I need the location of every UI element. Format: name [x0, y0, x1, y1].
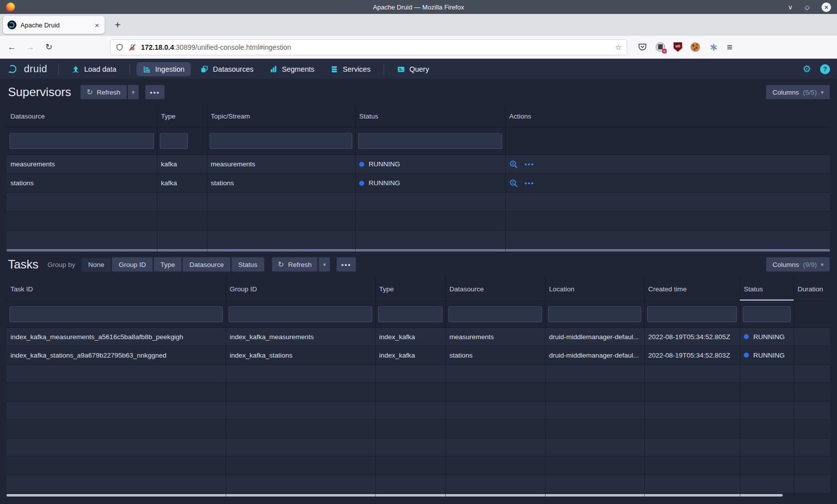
new-tab-button[interactable]: + [112, 19, 124, 31]
back-icon[interactable]: ← [7, 42, 17, 52]
help-icon[interactable]: ? [820, 64, 830, 74]
filter-input-status[interactable] [358, 133, 502, 149]
tasks-refresh-button[interactable]: ↻ Refresh [272, 257, 318, 272]
group-by-datasource-button[interactable]: Datasource [182, 257, 231, 272]
extension-icon[interactable]: × [656, 42, 665, 52]
column-header-created-time[interactable]: Created time [644, 277, 740, 301]
supervisors-more-button[interactable]: ••• [145, 85, 165, 100]
inspect-icon[interactable] [509, 160, 518, 169]
nav-item-services[interactable]: Services [324, 62, 377, 76]
nav-item-query[interactable]: Query [391, 62, 436, 76]
column-header-task-id[interactable]: Task ID [6, 277, 226, 301]
column-header-status-sorted[interactable]: Status [740, 277, 794, 301]
column-header-topic-stream[interactable]: Topic/Stream [207, 106, 355, 127]
column-header-type[interactable]: Type [157, 106, 207, 127]
bookmark-star-icon[interactable]: ☆ [615, 43, 622, 52]
caret-down-icon: ▾ [821, 261, 824, 268]
filter-input-group-id[interactable] [229, 306, 372, 322]
screen: Apache Druid — Mozilla Firefox ∨ ◇ × Apa… [0, 0, 837, 504]
cookie-extension-icon[interactable] [691, 42, 700, 52]
filter-input-type[interactable] [378, 306, 442, 322]
nav-item-datasources[interactable]: Datasources [194, 62, 260, 76]
row-more-icon[interactable]: ••• [525, 160, 535, 168]
filter-input-created-time[interactable] [647, 306, 737, 322]
filter-input-topic-stream[interactable] [210, 133, 352, 149]
druid-nav-bar: druid Load data Ingestion Datasources [0, 59, 837, 79]
window-maximize-icon[interactable]: ◇ [805, 4, 810, 10]
filter-input-datasource[interactable] [9, 133, 154, 149]
filter-input-location[interactable] [548, 306, 641, 322]
column-header-type[interactable]: Type [375, 277, 445, 301]
ublock-origin-icon[interactable]: uO [674, 42, 682, 52]
supervisors-filter-row [6, 127, 830, 155]
window-close-icon[interactable]: × [822, 2, 831, 12]
group-by-group-id-button[interactable]: Group ID [112, 257, 153, 272]
supervisors-title: Supervisors [8, 85, 71, 99]
reload-icon[interactable]: ↻ [44, 42, 54, 52]
menu-icon[interactable]: ≡ [727, 42, 732, 53]
tasks-refresh-caret-button[interactable]: ▾ [318, 257, 330, 272]
column-header-group-id[interactable]: Group ID [226, 277, 375, 301]
cell-actions: ••• [505, 179, 830, 188]
tab-title: Apache Druid [20, 21, 90, 29]
supervisors-refresh-caret-button[interactable]: ▾ [128, 85, 140, 100]
supervisor-row-stations[interactable]: stations kafka stations RUNNING ••• [6, 174, 830, 193]
inspect-icon[interactable] [509, 179, 518, 188]
tasks-columns-button[interactable]: Columns (9/9) ▾ [766, 257, 830, 272]
column-header-actions[interactable]: Actions [505, 106, 830, 127]
cell-location: druid-middlemanager-defaul... [545, 352, 644, 359]
status-dot [359, 162, 364, 167]
url-text: 172.18.0.4:30899/unified-console.html#in… [141, 43, 291, 51]
column-header-location[interactable]: Location [545, 277, 644, 301]
empty-row [6, 231, 830, 249]
empty-row [6, 212, 830, 231]
filter-input-task-id[interactable] [9, 306, 223, 322]
pocket-icon[interactable] [638, 42, 647, 52]
tab-close-icon[interactable]: × [94, 21, 100, 29]
datasources-icon [200, 65, 208, 73]
nav-item-ingestion[interactable]: Ingestion [137, 62, 191, 76]
cell-datasource: stations [445, 352, 545, 359]
cell-type: kafka [157, 179, 207, 187]
query-icon [397, 65, 405, 73]
column-header-status[interactable]: Status [355, 106, 505, 127]
supervisors-refresh-button[interactable]: ↻ Refresh [80, 85, 127, 100]
task-row-measurements[interactable]: index_kafka_measurements_a5616c5ba8afb8b… [6, 328, 830, 346]
task-row-stations[interactable]: index_kafka_stations_a9a679b22795b63_nnk… [6, 346, 830, 365]
filter-input-status[interactable] [743, 306, 791, 322]
insecure-lock-icon[interactable] [128, 43, 137, 51]
tasks-horizontal-scrollbar[interactable] [6, 494, 783, 497]
nav-label: Load data [84, 65, 117, 73]
group-by-type-button[interactable]: Type [153, 257, 182, 272]
cell-status: RUNNING [355, 160, 505, 168]
window-minimize-icon[interactable]: ∨ [788, 4, 793, 10]
gear-icon[interactable]: ⚙ [803, 63, 811, 75]
nav-item-segments[interactable]: Segments [263, 62, 321, 76]
supervisors-columns-button[interactable]: Columns (5/5) ▾ [766, 85, 830, 100]
asterisk-extension-icon[interactable] [708, 42, 718, 52]
druid-logo[interactable]: druid [7, 63, 47, 75]
shield-icon[interactable] [116, 43, 124, 51]
browser-tab[interactable]: Apache Druid × [3, 16, 105, 34]
url-bar[interactable]: 172.18.0.4:30899/unified-console.html#in… [110, 39, 627, 55]
supervisor-row-measurements[interactable]: measurements kafka measurements RUNNING … [6, 155, 830, 174]
column-header-datasource[interactable]: Datasource [445, 277, 545, 301]
tasks-more-button[interactable]: ••• [336, 257, 356, 272]
filter-input-datasource[interactable] [448, 306, 542, 322]
filter-input-type[interactable] [160, 133, 188, 149]
row-more-icon[interactable]: ••• [525, 179, 535, 187]
status-dot [359, 181, 364, 186]
browser-toolbar: ← → ↻ 172.18.0.4:30899/unified-console.h… [0, 36, 837, 59]
tasks-title: Tasks [8, 257, 38, 271]
supervisors-table: Datasource Type Topic/Stream Status Acti… [6, 106, 830, 252]
forward-icon[interactable]: → [25, 42, 35, 52]
druid-favicon [7, 20, 16, 29]
supervisors-horizontal-scrollbar[interactable] [6, 249, 830, 252]
column-header-duration[interactable]: Duration [794, 277, 830, 301]
group-by-status-button[interactable]: Status [231, 257, 264, 272]
group-by-none-button[interactable]: None [81, 257, 111, 272]
load-data-icon [72, 65, 80, 73]
column-header-datasource[interactable]: Datasource [6, 106, 157, 127]
caret-down-icon: ▾ [821, 89, 824, 96]
nav-item-load-data[interactable]: Load data [65, 62, 123, 76]
